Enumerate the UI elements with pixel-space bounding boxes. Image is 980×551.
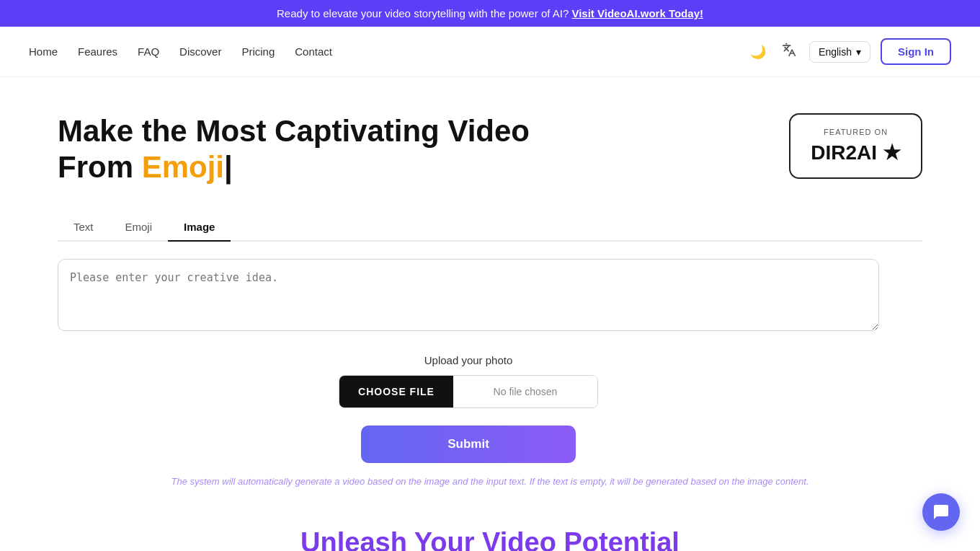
main-form: Upload your photo CHOOSE FILE No file ch… bbox=[0, 242, 937, 463]
star-icon: ★ bbox=[883, 141, 901, 164]
language-label: English bbox=[819, 46, 852, 58]
badge-name: DIR2AI bbox=[811, 141, 877, 164]
unleash-title: Unleash Your Video Potential bbox=[58, 527, 922, 551]
dark-mode-toggle[interactable]: 🌙 bbox=[747, 41, 769, 63]
upload-label: Upload your photo bbox=[58, 354, 879, 366]
nav-links: Home Feaures FAQ Discover Pricing Contac… bbox=[29, 45, 332, 58]
banner-cta[interactable]: Visit VideoAI.work Today! bbox=[571, 7, 703, 19]
tab-emoji[interactable]: Emoji bbox=[110, 213, 169, 242]
hero-highlight: Emoji bbox=[142, 150, 224, 184]
creative-idea-input[interactable] bbox=[58, 259, 879, 331]
nav-features[interactable]: Feaures bbox=[78, 45, 117, 58]
language-selector[interactable]: English ▾ bbox=[809, 41, 870, 63]
dir2ai-badge: FEATURED ON DIR2AI ★ bbox=[789, 113, 922, 179]
top-banner: Ready to elevate your video storytelling… bbox=[0, 0, 980, 27]
upload-section: Upload your photo CHOOSE FILE No file ch… bbox=[58, 354, 879, 408]
cursor: | bbox=[224, 150, 233, 184]
nav-right: 🌙 English ▾ Sign In bbox=[747, 38, 951, 65]
choose-file-button[interactable]: CHOOSE FILE bbox=[339, 376, 453, 407]
hero-text: Make the Most Captivating Video From Emo… bbox=[58, 113, 530, 186]
file-input-row: CHOOSE FILE No file chosen bbox=[339, 375, 598, 408]
file-name-label: No file chosen bbox=[453, 376, 597, 407]
chevron-down-icon: ▾ bbox=[856, 46, 861, 58]
tabs-container: Text Emoji Image bbox=[0, 213, 980, 242]
tabs: Text Emoji Image bbox=[58, 213, 922, 242]
nav-left: Home Feaures FAQ Discover Pricing Contac… bbox=[29, 45, 332, 58]
submit-button[interactable]: Submit bbox=[361, 426, 576, 463]
translate-icon[interactable] bbox=[779, 40, 799, 63]
banner-text: Ready to elevate your video storytelling… bbox=[277, 7, 569, 19]
navbar: Home Feaures FAQ Discover Pricing Contac… bbox=[0, 27, 980, 77]
sign-in-button[interactable]: Sign In bbox=[881, 38, 951, 65]
nav-contact[interactable]: Contact bbox=[295, 45, 332, 58]
system-note: The system will automatically generate a… bbox=[0, 476, 980, 487]
badge-featured-label: FEATURED ON bbox=[824, 128, 888, 136]
tab-text[interactable]: Text bbox=[58, 213, 110, 242]
nav-discover[interactable]: Discover bbox=[179, 45, 221, 58]
chat-bubble[interactable] bbox=[922, 493, 960, 531]
unleash-section: Unleash Your Video Potential Explore the… bbox=[0, 527, 980, 551]
nav-home[interactable]: Home bbox=[29, 45, 58, 58]
hero-title: Make the Most Captivating Video From Emo… bbox=[58, 113, 530, 186]
nav-faq[interactable]: FAQ bbox=[138, 45, 159, 58]
tab-image[interactable]: Image bbox=[168, 213, 231, 242]
nav-pricing[interactable]: Pricing bbox=[241, 45, 275, 58]
